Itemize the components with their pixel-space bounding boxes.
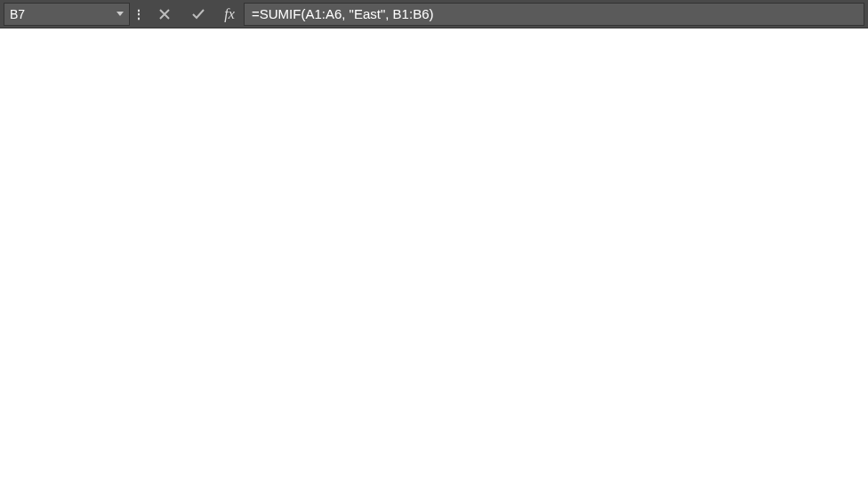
- formula-input[interactable]: [244, 3, 864, 26]
- check-icon: [191, 7, 205, 21]
- name-box[interactable]: B7: [4, 3, 130, 26]
- close-icon: [157, 7, 172, 21]
- formula-bar: B7 ⋮ fx: [0, 0, 868, 28]
- chevron-down-icon: [117, 12, 124, 16]
- divider-icon: ⋮: [130, 7, 148, 21]
- cancel-button[interactable]: [148, 3, 181, 26]
- name-box-value: B7: [10, 7, 25, 21]
- fx-icon[interactable]: fx: [215, 6, 244, 22]
- accept-button[interactable]: [181, 3, 215, 26]
